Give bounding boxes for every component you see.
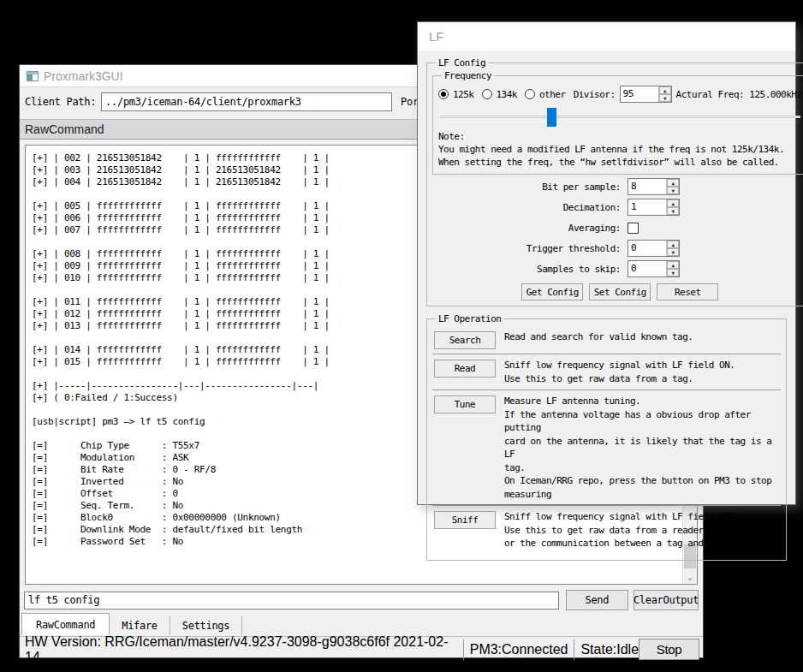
frequency-radio-row: 125k134kother Divisor: 95 ▲ ▼ Actural Fr… <box>438 86 802 103</box>
sniff-button[interactable]: Sniff <box>434 511 496 529</box>
lf-config-group: LF Config Frequency 125k134kother Diviso… <box>426 57 803 306</box>
lf-operation-rows: SearchRead and search for valid known ta… <box>432 326 781 555</box>
tab-mifare[interactable]: Mifare <box>110 616 170 635</box>
decimation-value[interactable]: 1 <box>628 199 666 215</box>
lf-config-fields: Bit per sample:8▲▼Decimation:1▲▼Averagin… <box>432 178 803 277</box>
slider-handle[interactable] <box>547 108 556 127</box>
samples-to-skip-value[interactable]: 0 <box>628 261 666 277</box>
stop-button[interactable]: Stop <box>639 639 699 660</box>
status-bar: HW Version: RRG/Iceman/master/v4.9237-30… <box>20 636 703 662</box>
samples-to-skip-spinbox[interactable]: 0▲▼ <box>628 260 680 277</box>
operation-description: Sniff low frequency signal with LF field… <box>504 359 735 385</box>
command-input[interactable] <box>24 592 559 610</box>
command-row: Send ClearOutput <box>20 590 703 610</box>
scroll-down-icon[interactable]: ⌄ <box>683 569 697 584</box>
spin-down-icon[interactable]: ▼ <box>667 269 679 277</box>
pm3-status-text: PM3:Connected <box>470 642 568 657</box>
status-separator <box>574 639 574 660</box>
radio-label-125k[interactable]: 125k <box>453 89 474 100</box>
lf-dialog-title: LF <box>429 29 444 44</box>
averaging-checkbox[interactable] <box>628 223 639 234</box>
frequency-slider[interactable] <box>440 108 800 127</box>
bottom-tabs: RawCommandMifareSettings <box>20 612 703 635</box>
spin-down-icon[interactable]: ▼ <box>667 207 679 215</box>
actual-freq-label: Actural Freq: 125.000kHz <box>676 89 802 100</box>
radio-other[interactable] <box>525 89 535 99</box>
divisor-spinbox[interactable]: 95 ▲ ▼ <box>620 86 672 103</box>
note-line: You might need a modified LF antenna if … <box>438 143 802 156</box>
lf-config-buttons: Get ConfigSet ConfigReset <box>432 283 803 300</box>
spin-down-icon[interactable]: ▼ <box>667 248 679 256</box>
config-row: Bit per sample:8▲▼ <box>432 178 803 195</box>
radio-134k[interactable] <box>482 89 492 99</box>
operation-description: Sniff low frequency signal with LF field… <box>504 510 756 550</box>
divisor-value[interactable]: 95 <box>621 86 658 102</box>
spin-down-icon[interactable]: ▼ <box>667 187 679 194</box>
lf-config-legend: LF Config <box>436 57 488 68</box>
config-row: Averaging: <box>432 219 803 236</box>
field-label: Trigger threshold: <box>432 243 628 254</box>
tab-rawcommand[interactable]: RawCommand <box>21 613 110 635</box>
lf-dialog: LF LF Config Frequency 125k134kother Div… <box>417 21 796 505</box>
set-config-button[interactable]: Set Config <box>589 283 651 300</box>
note-text: Note:You might need a modified LF antenn… <box>438 130 802 169</box>
trigger-threshold-spinbox[interactable]: 0▲▼ <box>628 240 680 257</box>
note-line: When setting the freq, the “hw setlfdivi… <box>438 156 802 169</box>
read-button[interactable]: Read <box>434 360 496 378</box>
hw-version-text: HW Version: RRG/Iceman/master/v4.9237-30… <box>25 634 457 665</box>
search-button[interactable]: Search <box>434 331 496 349</box>
state-text: State:Idle <box>580 642 639 657</box>
note-line: Note: <box>438 130 802 143</box>
operation-row: TuneMeasure LF antenna tuning.If the ant… <box>432 390 781 505</box>
send-button[interactable]: Send <box>566 590 628 610</box>
lf-operation-legend: LF Operation <box>436 313 503 324</box>
status-separator <box>463 639 464 660</box>
operation-row: SniffSniff low frequency signal with LF … <box>432 505 781 555</box>
app-icon <box>27 71 39 81</box>
tune-button[interactable]: Tune <box>434 395 496 413</box>
config-row: Trigger threshold:0▲▼ <box>432 240 803 257</box>
lf-operation-group: LF Operation SearchRead and search for v… <box>426 313 787 561</box>
spin-up-icon[interactable]: ▲ <box>667 241 679 248</box>
tab-settings[interactable]: Settings <box>170 616 242 635</box>
trigger-threshold-value[interactable]: 0 <box>628 241 666 256</box>
field-label: Decimation: <box>432 202 628 213</box>
spin-down-icon[interactable]: ▼ <box>659 94 671 102</box>
get-config-button[interactable]: Get Config <box>521 283 583 300</box>
operation-row: SearchRead and search for valid known ta… <box>432 326 781 354</box>
radio-label-134k[interactable]: 134k <box>497 89 518 100</box>
window-title: Proxmark3GUI <box>44 69 123 83</box>
divisor-label: Divisor: <box>574 89 616 100</box>
field-label: Averaging: <box>432 223 628 234</box>
spin-up-icon[interactable]: ▲ <box>659 86 671 94</box>
slider-track[interactable] <box>440 116 800 118</box>
config-row: Samples to skip:0▲▼ <box>432 260 803 277</box>
client-path-label: Client Path: <box>25 96 96 108</box>
clear-output-button[interactable]: ClearOutput <box>633 590 699 610</box>
config-row: Decimation:1▲▼ <box>432 199 803 216</box>
bit-per-sample-value[interactable]: 8 <box>628 179 666 194</box>
field-label: Samples to skip: <box>432 264 628 275</box>
radio-125k[interactable] <box>438 89 449 99</box>
decimation-spinbox[interactable]: 1▲▼ <box>628 199 680 216</box>
radio-label-other[interactable]: other <box>539 89 566 100</box>
bit-per-sample-spinbox[interactable]: 8▲▼ <box>628 178 680 195</box>
operation-description: Read and search for valid known tag. <box>504 330 693 344</box>
frequency-legend: Frequency <box>442 70 494 81</box>
operation-row: ReadSniff low frequency signal with LF f… <box>432 354 781 390</box>
spin-up-icon[interactable]: ▲ <box>667 199 679 207</box>
frequency-group: Frequency 125k134kother Divisor: 95 ▲ ▼ … <box>432 70 803 175</box>
reset-button[interactable]: Reset <box>657 283 718 300</box>
lf-dialog-body: LF Config Frequency 125k134kother Diviso… <box>418 51 795 561</box>
operation-description: Measure LF antenna tuning.If the antenna… <box>504 395 779 501</box>
field-label: Bit per sample: <box>432 181 628 193</box>
lf-titlebar[interactable]: LF <box>418 22 795 51</box>
spin-up-icon[interactable]: ▲ <box>667 261 679 269</box>
spin-up-icon[interactable]: ▲ <box>667 179 679 187</box>
client-path-input[interactable] <box>101 92 392 111</box>
